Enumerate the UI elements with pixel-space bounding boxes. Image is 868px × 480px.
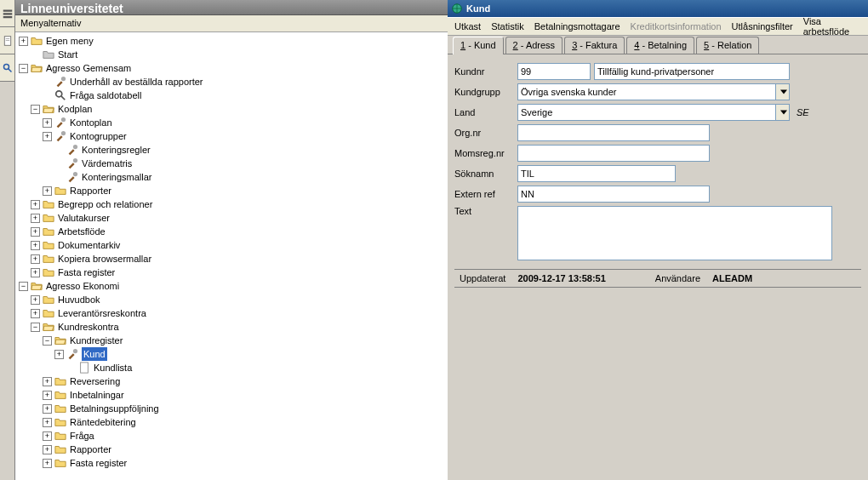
tool-icon — [66, 348, 78, 360]
expander-icon[interactable]: + — [31, 227, 40, 237]
tree-item[interactable]: Kodplan — [58, 102, 92, 116]
tree-item[interactable]: Kundreskontra — [58, 320, 119, 334]
tree-item[interactable]: Värdematris — [82, 157, 132, 170]
expander-icon[interactable]: + — [43, 377, 52, 386]
expander-icon[interactable]: + — [43, 459, 52, 468]
expander-icon[interactable]: + — [31, 254, 40, 264]
side-tab-meny[interactable] — [0, 0, 14, 27]
tree-item[interactable]: Fråga saldotabell — [70, 89, 141, 102]
value-uppdaterat: 2009-12-17 13:58:51 — [517, 273, 605, 283]
tree-item[interactable]: Inbetalningar — [70, 388, 124, 402]
expander-icon[interactable]: + — [31, 268, 40, 277]
svg-point-12 — [61, 131, 66, 135]
tree-item[interactable]: Kontoplan — [70, 116, 112, 129]
select-kundgrupp[interactable] — [517, 83, 790, 100]
input-kundnr-desc[interactable] — [594, 63, 790, 80]
expander-icon[interactable]: + — [43, 404, 52, 414]
input-text[interactable] — [517, 206, 832, 260]
toolbar-statistik[interactable]: Statistik — [488, 20, 528, 33]
expander-icon[interactable]: + — [43, 118, 52, 128]
toolbar-betalningsmottagare[interactable]: Betalningsmottagare — [531, 20, 624, 33]
expander-icon[interactable]: + — [31, 214, 40, 223]
folder-open-icon — [31, 62, 43, 74]
tree-item[interactable]: Dokumentarkiv — [58, 238, 120, 252]
tree-item-kund[interactable]: Kund — [82, 347, 107, 361]
expander-icon[interactable]: + — [43, 391, 52, 400]
tool-icon — [66, 157, 78, 169]
input-kundnr[interactable] — [517, 63, 591, 80]
tree-item[interactable]: Agresso Ekonomi — [46, 279, 119, 293]
toolbar-kreditkortsinformation: Kreditkortsinformation — [627, 20, 725, 33]
input-orgnr[interactable] — [517, 124, 710, 141]
input-soknamn[interactable] — [517, 165, 676, 182]
nav-tree[interactable]: +Egen meny Start −Agresso Gemensam Under… — [15, 32, 448, 480]
tree-item[interactable]: Kopiera browsermallar — [58, 252, 151, 266]
tab-relation[interactable]: 5 - Relation — [696, 37, 759, 54]
tree-item[interactable]: Fasta register — [70, 456, 127, 470]
tree-item[interactable]: Valutakurser — [58, 211, 110, 225]
tree-item[interactable]: Arbetsflöde — [58, 225, 106, 238]
tree-item[interactable]: Leverantörsreskontra — [58, 306, 146, 320]
tree-item[interactable]: Fasta register — [58, 266, 115, 279]
select-land[interactable] — [517, 104, 790, 121]
tree-item[interactable]: Begrepp och relationer — [58, 197, 152, 211]
tab-betalning[interactable]: 4 - Betalning — [626, 37, 694, 54]
tree-item[interactable]: Räntedebitering — [70, 415, 136, 429]
tree-item[interactable]: Rapporter — [70, 184, 111, 197]
tree-item[interactable]: Underhåll av beställda rapporter — [70, 75, 203, 89]
folder-open-icon — [54, 334, 66, 346]
tab-adress[interactable]: 2 - Adress — [505, 37, 563, 54]
expander-icon[interactable]: + — [43, 445, 52, 454]
expander-icon[interactable]: + — [43, 132, 52, 141]
svg-point-13 — [73, 145, 77, 149]
svg-rect-17 — [81, 363, 89, 373]
expander-icon[interactable]: + — [19, 37, 28, 46]
expander-icon[interactable]: + — [31, 295, 40, 305]
globe-icon — [451, 3, 463, 14]
toolbar-visa-arbetsflode[interactable]: Visa arbetsflöde — [800, 14, 865, 38]
tree-item[interactable]: Konteringsmallar — [82, 170, 152, 184]
expander-icon[interactable]: − — [43, 336, 52, 346]
chevron-down-icon[interactable] — [775, 105, 789, 120]
tree-item[interactable]: Kontogrupper — [70, 129, 127, 143]
expander-icon[interactable]: − — [19, 64, 28, 73]
expander-icon[interactable]: + — [43, 186, 52, 196]
tree-item[interactable]: Kundregister — [70, 334, 123, 347]
tool-icon — [54, 130, 66, 142]
expander-icon[interactable]: − — [19, 282, 28, 291]
tree-item[interactable]: Huvudbok — [58, 293, 100, 306]
tree-item[interactable]: Reversering — [70, 374, 120, 388]
tree-item[interactable]: Kundlista — [94, 361, 132, 374]
expander-icon[interactable]: + — [43, 431, 52, 441]
expander-icon[interactable]: + — [43, 418, 52, 427]
input-externref[interactable] — [517, 186, 710, 203]
tab-faktura[interactable]: 3 - Faktura — [564, 37, 625, 54]
document-icon — [78, 362, 90, 374]
tab-kund[interactable]: 1 - Kund — [453, 37, 504, 54]
tree-item[interactable]: Betalningsuppföljning — [70, 402, 159, 415]
folder-closed-icon — [43, 212, 54, 224]
toolbar-utkast[interactable]: Utkast — [451, 20, 484, 33]
expander-icon[interactable]: − — [31, 323, 40, 332]
expander-icon[interactable]: + — [31, 309, 40, 318]
expander-icon[interactable]: + — [31, 241, 40, 250]
expander-icon[interactable]: + — [31, 200, 40, 209]
side-tab-doc[interactable] — [0, 27, 14, 54]
folder-closed-icon — [43, 226, 54, 237]
expander-icon[interactable]: + — [54, 350, 64, 359]
expander-icon[interactable]: − — [31, 105, 40, 114]
menu-menyalternativ[interactable]: Menyalternativ — [20, 18, 82, 28]
chevron-down-icon[interactable] — [775, 84, 789, 100]
tool-icon — [54, 76, 66, 88]
tree-item[interactable]: Fråga — [70, 429, 94, 443]
tree-item[interactable]: Agresso Gemensam — [46, 61, 131, 75]
input-momsregnr[interactable] — [517, 145, 710, 162]
svg-point-8 — [61, 77, 66, 81]
tree-item[interactable]: Konteringsregler — [82, 143, 151, 157]
side-tab-search[interactable] — [0, 54, 14, 82]
tree-item[interactable]: Start — [58, 48, 77, 61]
tree-item[interactable]: Rapporter — [70, 443, 111, 456]
menu-bar[interactable]: Menyalternativ — [15, 15, 448, 32]
tree-item[interactable]: Egen meny — [46, 34, 94, 48]
toolbar-utlasningsfilter[interactable]: Utlåsningsfilter — [728, 20, 797, 33]
